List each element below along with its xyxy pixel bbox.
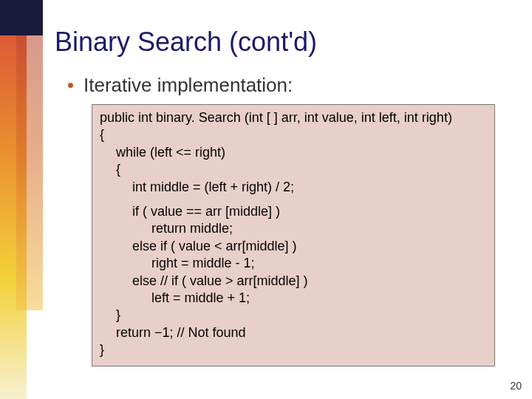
bullet-item: Iterative implementation: (68, 74, 502, 97)
code-line: { (100, 126, 487, 143)
slide-content: Binary Search (cont'd) Iterative impleme… (0, 0, 532, 366)
page-number: 20 (510, 380, 522, 392)
bullet-text: Iterative implementation: (83, 74, 293, 97)
code-line: { (100, 161, 487, 178)
code-line: else // if ( value > arr[middle] ) (100, 273, 487, 290)
code-line: public int binary. Search (int [ ] arr, … (100, 109, 487, 126)
code-line: left = middle + 1; (100, 290, 487, 307)
code-line: right = middle - 1; (100, 255, 487, 272)
slide-title: Binary Search (cont'd) (55, 27, 502, 58)
code-line: return −1; // Not found (100, 324, 487, 341)
code-line: if ( value == arr [middle] ) (100, 203, 487, 220)
code-line: int middle = (left + right) / 2; (100, 179, 487, 196)
code-line: return middle; (100, 220, 487, 237)
code-block: public int binary. Search (int [ ] arr, … (92, 104, 495, 366)
code-line: while (left <= right) (100, 144, 487, 161)
code-line: } (100, 307, 487, 324)
code-line: } (100, 341, 487, 358)
code-line: else if ( value < arr[middle] ) (100, 238, 487, 255)
bullet-icon (68, 83, 73, 88)
